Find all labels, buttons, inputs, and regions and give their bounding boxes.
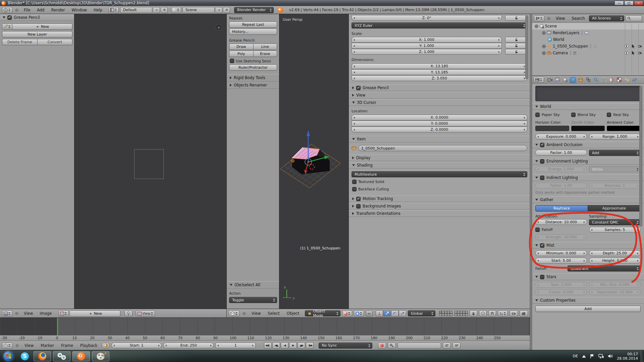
snap-toggle[interactable] — [488, 310, 496, 316]
insert-keyframe-button[interactable] — [443, 343, 451, 349]
grease-pencil-panel-header[interactable]: Grease Pencil — [0, 14, 74, 21]
add-custom-property-button[interactable]: Add — [535, 306, 641, 312]
stars-size-slider[interactable]: Size: 2.000 — [535, 282, 587, 288]
falloff-strength-slider[interactable]: Strength: 10.000 — [535, 234, 587, 240]
stars-separation-slider[interactable]: Separation: 15.000 — [589, 289, 641, 295]
manipulate-center-points-toggle[interactable]: ⇔ — [366, 310, 373, 316]
sync-mode-select[interactable]: No Sync — [319, 343, 372, 349]
taskbar-paint-icon[interactable] — [92, 351, 109, 361]
mist-falloff-select[interactable]: Quadratic — [568, 265, 641, 272]
tray-expand-icon[interactable] — [582, 355, 586, 358]
expand-icon[interactable]: + — [542, 51, 546, 55]
pin-image-button[interactable] — [124, 310, 132, 316]
environment-lighting-panel-header[interactable]: Environment Lighting — [532, 158, 644, 165]
add-scene-button[interactable]: ＋ — [216, 7, 222, 13]
background-images-checkbox[interactable] — [356, 204, 361, 208]
current-frame-playhead[interactable] — [57, 318, 58, 335]
outliner-row-world[interactable]: World — [532, 36, 644, 43]
tab-material[interactable] — [608, 76, 615, 83]
grease-pencil-checkbox[interactable] — [7, 15, 12, 20]
falloff-checkbox[interactable] — [535, 228, 540, 232]
rotation-mode-select[interactable]: XYZ Euler — [352, 22, 527, 28]
timeline-range-before[interactable] — [0, 318, 58, 335]
delete-keyframe-button[interactable] — [452, 343, 461, 349]
view-panel-header[interactable]: View — [349, 92, 530, 99]
render-engine-select[interactable]: Blender Render — [234, 7, 274, 13]
gather-panel-header[interactable]: Gather — [532, 196, 644, 203]
history-button[interactable]: History... — [229, 28, 277, 35]
snap-element-select[interactable] — [498, 310, 508, 316]
expand-icon[interactable]: + — [542, 45, 546, 48]
scale-y-slider[interactable]: Y: 1.000 — [352, 43, 502, 49]
lock-scale-x-button[interactable] — [505, 37, 527, 43]
lock-to-scene-toggle[interactable] — [470, 310, 477, 316]
indirect-factor-slider[interactable]: Factor: 1.00 — [535, 183, 587, 188]
repeat-last-button[interactable]: Repeat Last — [229, 21, 277, 28]
editor-type-timeline-button[interactable] — [2, 343, 12, 349]
transform-orientations-panel-header[interactable]: Transform Orientations — [349, 210, 530, 217]
transform-orientation-select[interactable]: Global — [408, 310, 435, 316]
tab-physics[interactable] — [631, 76, 638, 83]
pencil-datablock-button[interactable] — [2, 23, 12, 29]
taskbar-firefox-icon[interactable] — [34, 351, 51, 361]
play-reverse-button[interactable]: ◀ — [281, 342, 288, 349]
taskbar-blender-icon[interactable] — [72, 351, 90, 361]
object-menu[interactable]: Object — [284, 311, 302, 316]
auto-keyframe-record-button[interactable] — [378, 343, 386, 349]
image-new-button[interactable]: ＋New — [70, 310, 120, 317]
delete-frame-button[interactable]: Delete Frame — [2, 39, 37, 45]
select-menu[interactable]: Select — [265, 311, 282, 316]
properties-scrollbar[interactable] — [639, 86, 642, 227]
expand-panel-plus-icon[interactable]: ＋ — [216, 24, 222, 31]
blender-app-icon[interactable] — [1, 1, 6, 5]
render-opengl-button[interactable] — [509, 310, 518, 316]
world-panel-header[interactable]: World — [532, 103, 644, 110]
paper-sky-checkbox[interactable] — [535, 113, 540, 117]
editor-type-properties-button[interactable] — [534, 77, 544, 83]
new-layer-button[interactable]: New Layer — [2, 31, 72, 38]
manipulator-axes-toggle[interactable] — [376, 310, 383, 316]
zenith-color-swatch[interactable] — [571, 126, 605, 131]
backface-culling-checkbox[interactable] — [352, 187, 357, 191]
tab-modifiers[interactable] — [593, 76, 599, 83]
editor-type-image-button[interactable] — [2, 310, 12, 316]
ao-factor-slider[interactable]: Factor: 1.00 — [535, 150, 587, 156]
env-color-select[interactable]: White — [589, 166, 641, 172]
display-panel-header[interactable]: Display — [349, 155, 530, 161]
action-toggle-select[interactable]: Toggle — [229, 297, 277, 303]
mist-minimum-slider[interactable]: Minimum: 0.000 — [535, 250, 587, 256]
action-center-flag-icon[interactable] — [590, 354, 594, 359]
viewport-shading-select[interactable] — [342, 310, 352, 316]
sampling-method-select[interactable]: Constant QMC — [589, 219, 641, 225]
menu-add[interactable]: Add — [34, 8, 47, 12]
tab-object[interactable] — [577, 76, 584, 83]
timeline-menu-frame[interactable]: Frame — [58, 343, 76, 348]
indirect-lighting-panel-header[interactable]: Indirect Lighting — [532, 174, 644, 181]
tab-render[interactable] — [546, 76, 553, 83]
taskbar-clock[interactable]: 00:17 28.08.2014 — [617, 352, 638, 361]
render-opengl-anim-button[interactable] — [520, 310, 528, 316]
mist-checkbox[interactable] — [540, 243, 544, 248]
ambient-occlusion-checkbox[interactable] — [540, 143, 544, 147]
textured-solid-checkbox[interactable] — [352, 180, 357, 184]
real-sky-checkbox[interactable] — [607, 113, 611, 117]
rotation-z-slider[interactable]: Z: 0° — [352, 15, 502, 21]
range-slider[interactable]: Range: 1.000 — [589, 134, 641, 139]
timeline-menu-playback[interactable]: Playback — [77, 343, 100, 348]
taskbar-skype-icon[interactable]: S — [18, 351, 32, 361]
outliner-menu-view[interactable]: View — [553, 16, 568, 21]
selectability-cursor-icon[interactable] — [632, 51, 635, 55]
motion-tracking-checkbox[interactable] — [356, 197, 361, 201]
outliner-row-scene[interactable]: − Scene — [532, 23, 644, 29]
mist-depth-slider[interactable]: Depth: 25.00 — [589, 250, 641, 256]
gather-raytrace-button[interactable]: Raytrace — [535, 205, 588, 212]
scale-z-slider[interactable]: Z: 1.000 — [352, 49, 502, 55]
tab-render-layers[interactable] — [554, 76, 561, 83]
indirect-bounces-slider[interactable]: Bounces: 1 — [589, 183, 641, 188]
keying-set-icon-button[interactable] — [388, 343, 396, 349]
dimension-x-slider[interactable]: X: 13.185 — [352, 63, 527, 69]
active-keying-set-field[interactable] — [397, 343, 441, 349]
proportional-edit-toggle[interactable] — [479, 310, 487, 316]
outliner-display-filter-select[interactable]: All Scenes — [589, 15, 624, 21]
exposure-slider[interactable]: Exposure: 0.000 — [535, 134, 587, 139]
